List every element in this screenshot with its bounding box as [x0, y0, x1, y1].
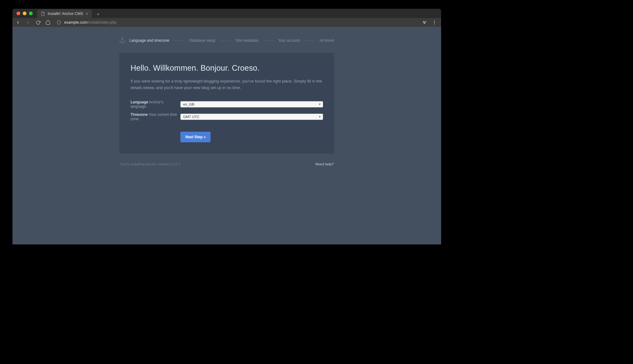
home-button[interactable]	[45, 20, 50, 25]
card-heading: Hello. Willkommen. Bonjour. Croeso.	[131, 64, 323, 73]
language-label: Language Anchor's language.	[131, 100, 180, 109]
nav-buttons	[16, 20, 50, 25]
step-metadata[interactable]: Site metadata	[235, 38, 258, 43]
close-window-button[interactable]	[17, 12, 20, 15]
new-tab-button[interactable]: +	[94, 11, 102, 18]
url-text: example.com/install/index.php	[64, 20, 116, 25]
svg-rect-3	[423, 21, 424, 22]
installer-page: Language and timezone Database setup Sit…	[119, 27, 334, 175]
step-language[interactable]: Language and timezone	[129, 38, 169, 43]
window-titlebar: Installin' Anchor CMS × +	[12, 9, 441, 18]
page-viewport: Language and timezone Database setup Sit…	[12, 27, 441, 244]
browser-toolbar: example.com/install/index.php	[12, 18, 441, 27]
svg-point-6	[434, 21, 435, 21]
step-separator	[174, 40, 185, 41]
browser-window: Installin' Anchor CMS × + example.com/in…	[12, 9, 441, 244]
card-actions: Next Step »	[131, 132, 323, 142]
step-database[interactable]: Database setup	[189, 38, 215, 43]
progress-steps: Language and timezone Database setup Sit…	[119, 34, 334, 53]
toolbar-right	[422, 20, 438, 25]
step-separator	[263, 40, 274, 41]
step-account[interactable]: Your account	[278, 38, 300, 43]
tab-strip: Installin' Anchor CMS × +	[37, 9, 102, 18]
extensions-button[interactable]	[422, 20, 427, 25]
svg-point-8	[434, 23, 435, 24]
step-done[interactable]: All done!	[320, 38, 334, 43]
version-text: You're installing Anchor version 0.12.7.	[120, 162, 181, 166]
minimize-window-button[interactable]	[23, 12, 26, 15]
traffic-lights	[17, 12, 33, 15]
svg-rect-4	[425, 21, 426, 22]
anchor-logo-icon	[119, 37, 126, 44]
tab-title: Installin' Anchor CMS	[48, 12, 83, 16]
menu-button[interactable]	[432, 20, 437, 25]
timezone-select[interactable]: GMT UTC	[180, 114, 323, 120]
forward-button[interactable]	[26, 20, 31, 25]
step-separator	[304, 40, 316, 41]
help-link[interactable]: Need help?	[315, 162, 334, 166]
browser-tab[interactable]: Installin' Anchor CMS ×	[37, 9, 92, 18]
language-select-wrap: en_GB ▼	[180, 101, 323, 107]
timezone-row: Timezone Your current time zone. GMT UTC…	[131, 112, 323, 121]
address-bar[interactable]: example.com/install/index.php	[55, 20, 417, 25]
maximize-window-button[interactable]	[29, 12, 33, 15]
language-select[interactable]: en_GB	[180, 101, 323, 107]
back-button[interactable]	[16, 20, 21, 25]
language-row: Language Anchor's language. en_GB ▼	[131, 100, 323, 109]
step-separator	[220, 40, 231, 41]
svg-rect-5	[424, 23, 425, 24]
timezone-label: Timezone Your current time zone.	[131, 112, 180, 121]
installer-card: Hello. Willkommen. Bonjour. Croeso. If y…	[119, 53, 334, 154]
reload-button[interactable]	[36, 20, 40, 25]
next-step-button[interactable]: Next Step »	[180, 132, 211, 142]
svg-point-9	[122, 38, 123, 40]
installer-footer: You're installing Anchor version 0.12.7.…	[119, 154, 334, 175]
site-info-icon	[57, 20, 61, 25]
close-tab-button[interactable]: ×	[86, 12, 88, 16]
page-icon	[41, 12, 45, 16]
svg-point-7	[434, 22, 435, 23]
timezone-select-wrap: GMT UTC ▼	[180, 114, 323, 120]
card-intro: If you were looking for a truly lightwei…	[131, 78, 323, 91]
